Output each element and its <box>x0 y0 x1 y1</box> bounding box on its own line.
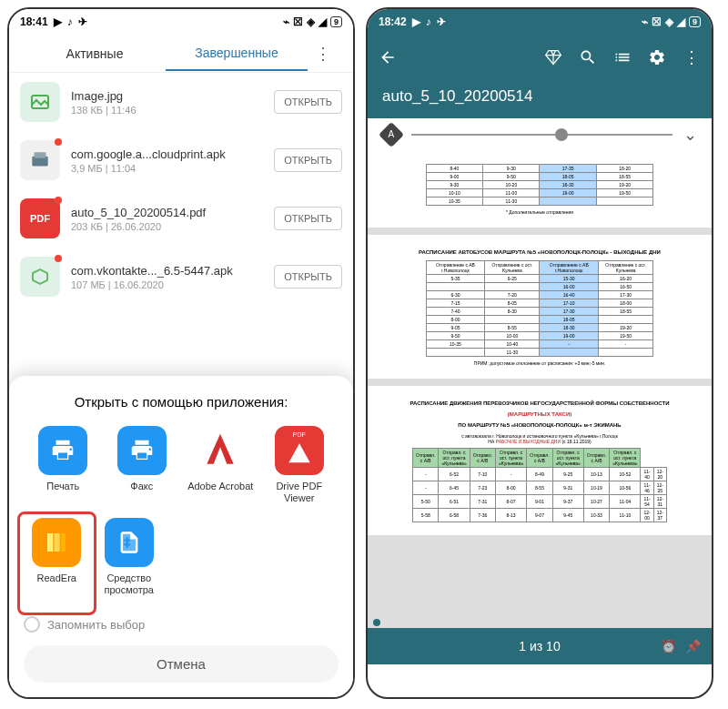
app-label: Drive PDF Viewer <box>260 481 339 504</box>
phone-right: 18:42 ▶ ♪ ✈ ⌁ ☒ ◈ ◢ 9 <box>366 7 713 699</box>
app-print[interactable]: Печать <box>24 426 103 504</box>
notification-dot-icon <box>55 197 62 204</box>
status-time: 18:42 <box>379 15 407 28</box>
cancel-button[interactable]: Отмена <box>24 645 339 683</box>
footnote-text: * Дополнительные отправления <box>377 209 703 215</box>
open-button[interactable]: ОТКРЫТЬ <box>274 148 342 172</box>
adobe-icon <box>196 426 245 475</box>
app-viewer[interactable]: Средство просмотра <box>90 518 169 596</box>
settings-icon[interactable] <box>648 48 666 66</box>
signal-icon: ◢ <box>677 15 685 28</box>
tabs: Активные Завершенные ⋮ <box>9 35 353 73</box>
pdf-page: РАСПИСАНИЕ ДВИЖЕНИЯ ПЕРЕВОЗЧИКОВ НЕГОСУД… <box>368 386 712 535</box>
svg-rect-4 <box>55 533 60 552</box>
pdf-file-icon: PDF <box>20 198 60 238</box>
vibrate-icon: ⌁ <box>283 15 289 28</box>
file-item[interactable]: com.vkontakte..._6.5-5447.apk 107 МБ | 1… <box>9 248 353 306</box>
brightness-slider[interactable] <box>411 134 672 136</box>
remember-choice[interactable]: Запомнить выбор <box>24 616 339 633</box>
schedule-table: 8-409-3017-3518-20 9-009-5018-0518-55 9-… <box>426 164 654 206</box>
file-name: com.vkontakte..._6.5-5447.apk <box>71 264 263 278</box>
status-bar: 18:41 ▶ ♪ ✈ ⌁ ☒ ◈ ◢ 9 <box>9 9 353 35</box>
tab-completed[interactable]: Завершенные <box>166 46 308 71</box>
svg-rect-3 <box>47 533 53 552</box>
schedule-table: Отправление с АВ г.НовополоцкОтправление… <box>426 260 654 357</box>
doc-note: с автовокзала г. Новополоцк и остановочн… <box>377 433 703 444</box>
file-list: Image.jpg 138 КБ | 11:46 ОТКРЫТЬ com.goo… <box>9 73 353 306</box>
file-meta: 138 КБ | 11:46 <box>71 105 263 116</box>
file-meta: 107 МБ | 16.06.2020 <box>71 279 263 290</box>
chevron-down-icon[interactable]: ⌄ <box>683 125 697 145</box>
page-indicator-dot <box>373 619 380 626</box>
brightness-slider-row: ⌄ <box>368 118 712 151</box>
open-button[interactable]: ОТКРЫТЬ <box>274 90 342 114</box>
page-counter-bar: 1 из 10 ⏰ 📌 <box>368 628 712 664</box>
file-item[interactable]: Image.jpg 138 КБ | 11:46 ОТКРЫТЬ <box>9 73 353 131</box>
schedule-table: Отправл. с А/ВОтправл. с ост. пункта «Ку… <box>412 448 667 522</box>
app-readera[interactable]: ReadEra <box>17 511 96 615</box>
wifi-icon: ◈ <box>307 15 315 28</box>
diamond-icon[interactable] <box>544 48 562 66</box>
app-drive-pdf[interactable]: PDF Drive PDF Viewer <box>260 426 339 504</box>
search-icon[interactable] <box>579 48 597 66</box>
note-text: ПРИМ: допустимое отклонение от расписани… <box>377 360 703 366</box>
toc-icon[interactable] <box>613 48 632 66</box>
app-bar: ⋮ <box>368 35 712 80</box>
overflow-menu-icon[interactable]: ⋮ <box>682 48 701 66</box>
slider-thumb-icon[interactable] <box>555 128 568 141</box>
auto-brightness-icon[interactable] <box>379 122 404 147</box>
viewer-icon <box>105 518 154 567</box>
tiktok-icon: ♪ <box>426 15 431 28</box>
file-meta: 3,9 МБ | 11:04 <box>71 163 263 174</box>
open-with-sheet: Открыть с помощью приложения: Печать Фак… <box>9 376 353 697</box>
doc-heading: РАСПИСАНИЕ АВТОБУСОВ МАРШРУТА №5 «НОВОПО… <box>377 249 703 255</box>
file-item[interactable]: PDF auto_5_10_20200514.pdf 203 КБ | 26.0… <box>9 189 353 248</box>
voip-icon: ☒ <box>652 15 662 28</box>
youtube-icon: ▶ <box>54 15 62 28</box>
telegram-icon: ✈ <box>437 15 446 28</box>
status-time: 18:41 <box>20 15 48 28</box>
print-icon <box>38 426 87 475</box>
open-button[interactable]: ОТКРЫТЬ <box>274 207 342 230</box>
app-grid: Печать Факс Adobe Acrobat PDF <box>24 426 339 609</box>
fax-icon <box>117 426 167 475</box>
telegram-icon: ✈ <box>78 15 87 28</box>
file-meta: 203 КБ | 26.06.2020 <box>71 221 263 232</box>
document-viewport[interactable]: ⌄ 8-409-3017-3518-20 9-009-5018-0518-55 … <box>368 118 712 664</box>
app-adobe-acrobat[interactable]: Adobe Acrobat <box>181 426 260 504</box>
svg-rect-2 <box>35 152 46 158</box>
overflow-menu-icon[interactable]: ⋮ <box>308 44 339 64</box>
open-button[interactable]: ОТКРЫТЬ <box>274 265 342 289</box>
page-counter: 1 из 10 <box>519 639 560 653</box>
battery-icon: 9 <box>689 16 701 27</box>
drive-pdf-icon: PDF <box>275 426 324 475</box>
checkbox-icon[interactable] <box>24 616 40 633</box>
document-title: auto_5_10_20200514 <box>368 80 712 118</box>
app-label: Факс <box>130 481 153 492</box>
app-fax[interactable]: Факс <box>103 426 182 504</box>
back-icon[interactable] <box>379 48 397 66</box>
status-bar: 18:42 ▶ ♪ ✈ ⌁ ☒ ◈ ◢ 9 <box>368 9 712 35</box>
apk-file-icon <box>20 257 60 297</box>
pdf-page: 8-409-3017-3518-20 9-009-5018-0518-55 9-… <box>368 151 712 228</box>
app-label: Печать <box>46 481 79 492</box>
sheet-title: Открыть с помощью приложения: <box>24 394 339 410</box>
app-label: Adobe Acrobat <box>187 481 253 492</box>
notification-dot-icon <box>55 255 62 262</box>
alarm-icon[interactable]: ⏰ <box>661 639 676 653</box>
tab-active[interactable]: Активные <box>24 46 166 61</box>
signal-icon: ◢ <box>318 15 327 28</box>
youtube-icon: ▶ <box>412 15 420 28</box>
file-name: com.google.a...cloudprint.apk <box>71 147 263 161</box>
app-label: Средство просмотра <box>90 572 169 596</box>
pin-icon[interactable]: 📌 <box>685 639 701 653</box>
pdf-page: РАСПИСАНИЕ АВТОБУСОВ МАРШРУТА №5 «НОВОПО… <box>368 235 712 379</box>
remember-label: Запомнить выбор <box>47 618 145 632</box>
phone-left: 18:41 ▶ ♪ ✈ ⌁ ☒ ◈ ◢ 9 Активные Завершенн… <box>7 7 355 699</box>
file-item[interactable]: com.google.a...cloudprint.apk 3,9 МБ | 1… <box>9 131 353 189</box>
file-name: Image.jpg <box>71 89 263 103</box>
battery-icon: 9 <box>330 16 342 27</box>
svg-rect-5 <box>61 533 66 552</box>
apk-file-icon <box>20 140 60 180</box>
vibrate-icon: ⌁ <box>642 15 648 28</box>
